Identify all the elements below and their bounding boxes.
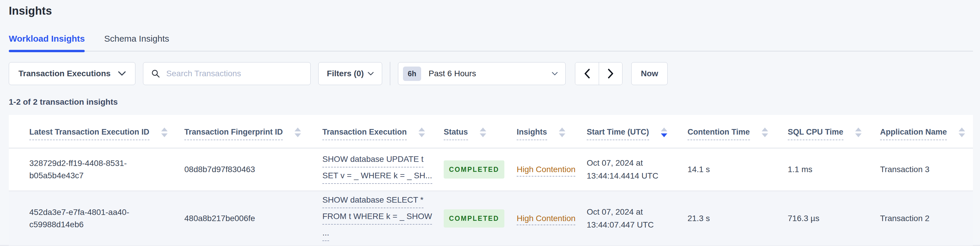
sort-icon (855, 128, 862, 140)
search-icon (151, 69, 160, 78)
column-header-sql-cpu-time[interactable]: SQL CPU Time (788, 128, 880, 148)
cell-contention-time: 14.1 s (687, 163, 788, 176)
search-input[interactable] (166, 69, 303, 78)
time-prev-button[interactable] (575, 62, 599, 85)
filters-button-label: Filters (0) (327, 69, 364, 78)
column-header-start-time[interactable]: Start Time (UTC) (587, 128, 687, 148)
table-header-row: Latest Transaction Execution ID Transact… (9, 115, 973, 149)
search-box[interactable] (143, 62, 311, 85)
cell-sql-cpu-time: 1.1 ms (788, 163, 880, 176)
chevron-down-icon (118, 71, 126, 76)
column-header-latest-execution-id[interactable]: Latest Transaction Execution ID (29, 128, 185, 148)
column-header-insights[interactable]: Insights (517, 128, 587, 148)
column-header-fingerprint-id[interactable]: Transaction Fingerprint ID (185, 128, 322, 148)
cell-status: COMPLETED (444, 209, 517, 227)
column-header-application-name[interactable]: Application Name (880, 128, 973, 148)
time-range-badge: 6h (403, 67, 421, 81)
cell-contention-time: 21.3 s (687, 212, 788, 225)
filters-button[interactable]: Filters (0) (318, 62, 382, 85)
tab-bar: Workload Insights Schema Insights (9, 34, 973, 51)
cell-insights: High Contention (517, 211, 587, 226)
cell-fingerprint-id: 480a8b217be006fe (185, 212, 322, 225)
tab-workload-insights[interactable]: Workload Insights (9, 34, 85, 51)
cell-start-time: Oct 07, 2024 at 13:44:14.4414 UTC (587, 157, 687, 182)
chevron-down-icon (552, 72, 558, 76)
sort-icon-active-desc (661, 128, 667, 140)
transaction-statement-link[interactable]: ... (322, 227, 329, 241)
cell-start-time: Oct 07, 2024 at 13:44:07.447 UTC (587, 206, 687, 231)
transaction-statement-link[interactable]: FROM t WHERE k = _ SHOW (322, 210, 432, 225)
cell-transaction-execution: SHOW database SELECT * FROM t WHERE k = … (322, 194, 444, 243)
column-header-contention-time[interactable]: Contention Time (687, 128, 788, 148)
toolbar: Transaction Executions Filters (0) 6h Pa… (9, 62, 973, 85)
column-header-transaction-execution[interactable]: Transaction Execution (322, 128, 444, 148)
time-range-label: Past 6 Hours (429, 69, 544, 78)
sort-icon (161, 128, 168, 140)
cell-insights: High Contention (517, 161, 587, 177)
cell-application-name: Transaction 2 (880, 212, 973, 225)
sort-icon (762, 128, 768, 140)
column-header-status[interactable]: Status (444, 128, 517, 148)
time-next-button[interactable] (599, 62, 622, 85)
now-button[interactable]: Now (631, 62, 668, 85)
sort-icon (294, 128, 301, 140)
execution-type-dropdown-label: Transaction Executions (19, 69, 110, 78)
cell-status: COMPLETED (444, 160, 517, 179)
sort-icon (559, 128, 565, 140)
transaction-statement-link[interactable]: SHOW database SELECT * (322, 194, 423, 208)
status-badge: COMPLETED (444, 209, 504, 227)
chevron-left-icon (584, 69, 590, 78)
table-row: 452da3e7-e7fa-4801-aa40-c59988d14eb6 480… (9, 190, 973, 245)
chevron-right-icon (608, 69, 614, 78)
cell-fingerprint-id: 08d8b7d97f830463 (185, 163, 322, 176)
page-title: Insights (9, 0, 973, 17)
status-badge: COMPLETED (444, 160, 504, 179)
sort-icon (959, 128, 965, 140)
high-contention-link[interactable]: High Contention (517, 214, 576, 223)
results-summary: 1-2 of 2 transaction insights (9, 98, 973, 107)
transaction-statement-link[interactable]: SHOW database UPDATE t (322, 153, 423, 168)
time-range-picker[interactable]: 6h Past 6 Hours (398, 62, 566, 85)
sort-icon (480, 128, 486, 140)
cell-latest-execution-id: 452da3e7-e7fa-4801-aa40-c59988d14eb6 (29, 206, 185, 231)
time-nav-group (575, 62, 622, 85)
transaction-statement-link[interactable]: SET v = _ WHERE k = _ SH... (322, 169, 432, 184)
tab-schema-insights[interactable]: Schema Insights (104, 34, 169, 51)
sort-icon (418, 128, 425, 140)
cell-transaction-execution: SHOW database UPDATE t SET v = _ WHERE k… (322, 153, 444, 186)
table-row: 328729d2-ff19-4408-8531-b05a5b4e43c7 08d… (9, 149, 973, 190)
toolbar-divider (390, 62, 390, 85)
high-contention-link[interactable]: High Contention (517, 165, 576, 174)
insights-table: Latest Transaction Execution ID Transact… (9, 115, 973, 245)
chevron-down-icon (368, 72, 374, 76)
cell-application-name: Transaction 3 (880, 163, 973, 176)
execution-type-dropdown[interactable]: Transaction Executions (9, 62, 135, 85)
insights-page: Insights Workload Insights Schema Insigh… (0, 0, 980, 246)
cell-sql-cpu-time: 716.3 µs (788, 212, 880, 225)
cell-latest-execution-id: 328729d2-ff19-4408-8531-b05a5b4e43c7 (29, 157, 185, 182)
